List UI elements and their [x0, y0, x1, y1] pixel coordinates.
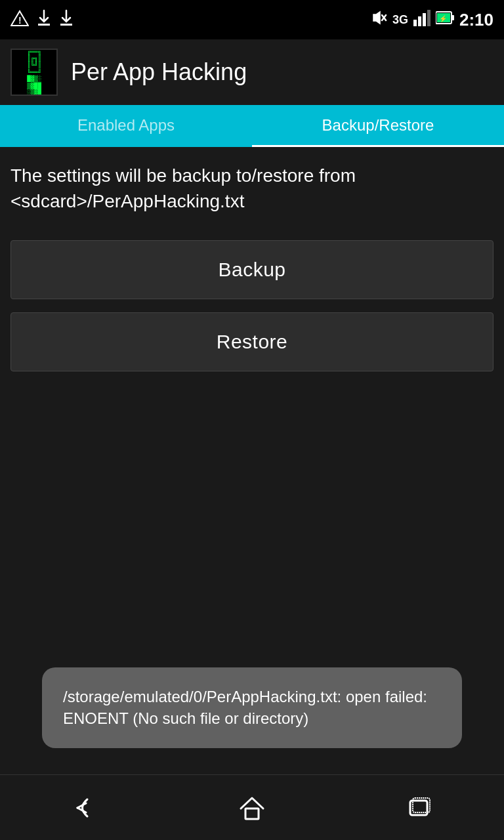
back-button[interactable]: [58, 788, 110, 828]
svg-rect-8: [423, 13, 426, 26]
svg-rect-12: [452, 15, 454, 20]
status-left-icons: !: [10, 9, 74, 30]
toast-message: /storage/emulated/0/PerAppHacking.txt: o…: [42, 667, 462, 748]
recents-button[interactable]: [394, 788, 446, 828]
svg-rect-3: [60, 24, 72, 26]
download1-icon: [37, 9, 51, 30]
warning-icon: !: [10, 9, 29, 30]
battery-icon: ⚡: [436, 10, 454, 29]
restore-button[interactable]: Restore: [10, 312, 494, 371]
svg-rect-7: [418, 16, 421, 26]
svg-text:!: !: [18, 15, 22, 26]
status-bar: ! 3G: [0, 0, 504, 39]
download2-icon: [59, 9, 74, 30]
signal-bars-icon: [413, 9, 430, 30]
svg-rect-6: [413, 20, 417, 26]
tab-backup-restore[interactable]: Backup/Restore: [252, 105, 504, 147]
svg-text:⚡: ⚡: [439, 14, 448, 23]
main-content: The settings will be backup to/restore f…: [0, 147, 504, 400]
app-logo: ╔══╗ ║╔╗║ ║╚╝║ ╚══╝ █▓▒░ ▒▓██ ░▒▓█: [10, 49, 58, 96]
mute-icon: [370, 9, 387, 30]
status-right-icons: 3G ⚡ 2:10: [370, 9, 494, 30]
app-title: Per App Hacking: [71, 58, 247, 86]
backup-button[interactable]: Backup: [10, 240, 494, 299]
svg-rect-2: [38, 24, 50, 26]
tab-enabled-apps[interactable]: Enabled Apps: [0, 105, 252, 147]
signal-label: 3G: [392, 13, 408, 27]
svg-rect-9: [427, 10, 430, 26]
tab-bar: Enabled Apps Backup/Restore: [0, 105, 504, 147]
info-text: The settings will be backup to/restore f…: [10, 163, 494, 214]
clock: 2:10: [459, 10, 494, 30]
home-button[interactable]: [226, 788, 278, 828]
nav-bar: [0, 774, 504, 840]
svg-rect-14: [245, 808, 259, 819]
app-bar: ╔══╗ ║╔╗║ ║╚╝║ ╚══╝ █▓▒░ ▒▓██ ░▒▓█ Per A…: [0, 39, 504, 105]
